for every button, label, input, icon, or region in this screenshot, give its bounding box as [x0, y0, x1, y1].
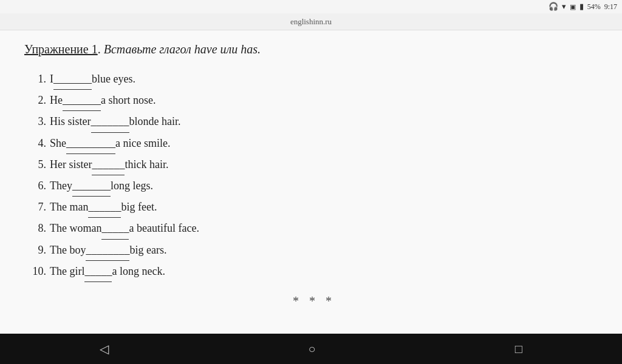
item-number: 5.	[24, 154, 46, 175]
item-text: He_______a short nose.	[50, 90, 156, 111]
item-number: 8.	[24, 218, 46, 238]
list-item: 6.They_______long legs.	[24, 175, 604, 197]
item-text: His sister_______blonde hair.	[50, 111, 180, 132]
item-number: 7.	[24, 197, 46, 217]
blank: ______	[88, 197, 121, 218]
blank: ______	[92, 154, 125, 175]
exercise-title-italic: Вставьте глагол have или has.	[104, 42, 261, 56]
item-text: She_________a nice smile.	[50, 133, 170, 154]
list-item: 3.His sister_______blonde hair.	[24, 111, 604, 132]
blank: _______	[91, 111, 129, 132]
item-number: 2.	[24, 90, 46, 110]
home-button[interactable]: ○	[308, 342, 315, 356]
list-item: 10.The girl_____a long neck.	[24, 261, 604, 282]
item-text: The man______big feet.	[50, 197, 157, 218]
list-item: 8.The woman_____a beautiful face.	[24, 218, 604, 239]
item-number: 10.	[24, 261, 46, 281]
battery-icon	[579, 2, 584, 12]
wifi-icon	[562, 2, 566, 12]
item-text: The girl_____a long neck.	[50, 261, 165, 282]
sim-icon	[570, 2, 576, 12]
blank: _______	[63, 90, 101, 111]
item-text: Her sister______thick hair.	[50, 154, 168, 175]
list-item: 5.Her sister______thick hair.	[24, 154, 604, 175]
url-bar[interactable]: englishinn.ru	[0, 13, 622, 30]
blank: _____	[101, 218, 129, 239]
item-text: The woman_____a beautiful face.	[50, 218, 199, 239]
item-number: 3.	[24, 111, 46, 132]
list-item: 7.The man______big feet.	[24, 197, 604, 218]
exercise-title-underline: Упражнение 1	[24, 42, 98, 56]
nav-bar: ◁ ○ □	[0, 334, 622, 364]
list-item: 1.I_______blue eyes.	[24, 69, 604, 90]
url-text: englishinn.ru	[290, 17, 332, 27]
blank: _________	[66, 133, 115, 154]
blank: _______	[53, 69, 92, 90]
recent-button[interactable]: □	[515, 342, 522, 356]
blank: ________	[86, 240, 129, 261]
exercise-list: 1.I_______blue eyes.2.He_______a short n…	[24, 69, 604, 282]
content-area: Упражнение 1. Вставьте глагол have или h…	[0, 30, 622, 334]
blank: _____	[84, 261, 112, 282]
list-item: 2.He_______a short nose.	[24, 90, 604, 111]
item-text: I_______blue eyes.	[50, 69, 135, 90]
headphone-icon	[549, 2, 558, 12]
item-number: 1.	[24, 69, 46, 89]
item-number: 9.	[24, 240, 46, 260]
list-item: 4.She_________a nice smile.	[24, 133, 604, 154]
item-number: 6.	[24, 175, 46, 196]
time-label: 9:17	[604, 2, 617, 12]
battery-label: 54%	[587, 2, 601, 12]
blank: _______	[72, 175, 111, 197]
list-item: 9.The boy________big ears.	[24, 240, 604, 261]
separator: * * *	[24, 294, 604, 308]
exercise-title: Упражнение 1. Вставьте глагол have или h…	[24, 42, 604, 56]
item-text: They_______long legs.	[50, 175, 153, 197]
item-text: The boy________big ears.	[50, 240, 166, 261]
back-button[interactable]: ◁	[100, 342, 109, 356]
status-bar: 54% 9:17	[0, 0, 622, 13]
item-number: 4.	[24, 133, 46, 153]
